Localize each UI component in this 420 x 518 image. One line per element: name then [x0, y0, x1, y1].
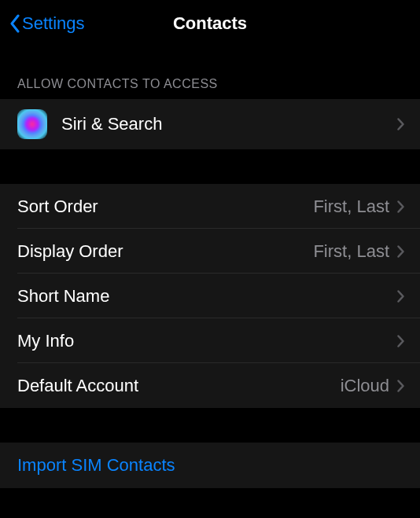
row-default-account[interactable]: Default Account iCloud	[0, 363, 420, 408]
chevron-right-icon	[397, 245, 404, 258]
list-actions: Import SIM Contacts	[0, 443, 420, 488]
chevron-right-icon	[397, 200, 404, 213]
row-siri-search[interactable]: Siri & Search	[0, 99, 420, 149]
row-sort-order[interactable]: Sort Order First, Last	[0, 184, 420, 229]
row-label: Sort Order	[17, 197, 313, 217]
siri-label: Siri & Search	[61, 114, 397, 134]
chevron-right-icon	[397, 380, 404, 392]
chevron-right-icon	[397, 290, 404, 303]
chevron-right-icon	[397, 335, 404, 347]
row-label: Default Account	[17, 376, 341, 396]
list-settings: Sort Order First, Last Display Order Fir…	[0, 184, 420, 408]
row-label: Display Order	[17, 241, 313, 262]
siri-icon	[17, 109, 47, 139]
chevron-right-icon	[397, 118, 404, 130]
row-display-order[interactable]: Display Order First, Last	[0, 229, 420, 274]
row-label: My Info	[17, 331, 389, 351]
section-header-access: Allow Contacts to Access	[0, 47, 420, 99]
row-short-name[interactable]: Short Name	[0, 274, 420, 318]
section-gap	[0, 149, 420, 184]
row-label: Short Name	[17, 286, 389, 307]
back-label: Settings	[22, 13, 85, 34]
row-value: First, Last	[313, 241, 389, 262]
section-gap	[0, 408, 420, 443]
back-button[interactable]: Settings	[9, 13, 85, 34]
row-value: iCloud	[341, 376, 389, 396]
chevron-left-icon	[9, 14, 20, 33]
page-title: Contacts	[173, 13, 247, 34]
list-access: Siri & Search	[0, 99, 420, 149]
row-value: First, Last	[313, 197, 389, 217]
import-label: Import SIM Contacts	[17, 455, 404, 476]
nav-header: Settings Contacts	[0, 0, 420, 47]
row-my-info[interactable]: My Info	[0, 318, 420, 363]
row-import-sim[interactable]: Import SIM Contacts	[0, 443, 420, 488]
